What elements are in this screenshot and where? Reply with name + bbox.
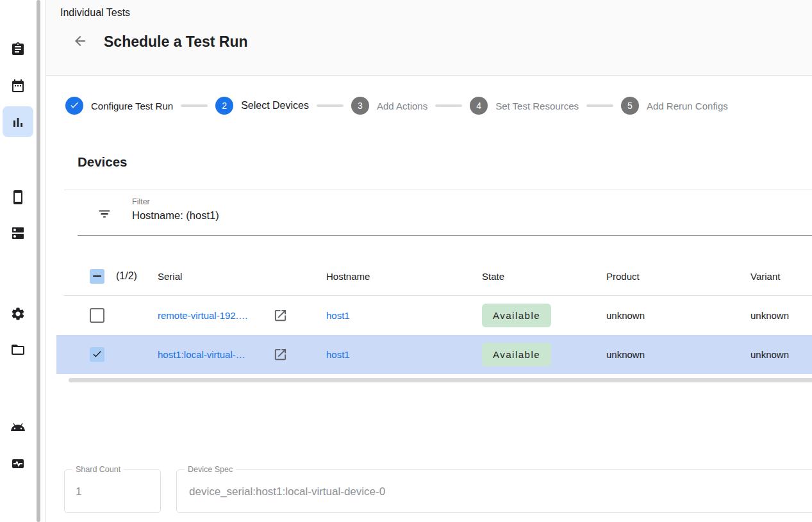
smartphone-icon[interactable] xyxy=(10,190,26,205)
step-3-label: Add Actions xyxy=(377,101,427,111)
sidebar xyxy=(0,0,36,522)
step-1-label: Configure Test Run xyxy=(91,101,173,111)
device-row-selected[interactable]: host1:local-virtual-… host1 Available un… xyxy=(56,335,812,374)
step-connector xyxy=(586,104,613,107)
device-spec-label: Device Spec xyxy=(185,465,236,474)
shard-count-field[interactable]: Shard Count 1 xyxy=(64,469,161,513)
calendar-icon[interactable] xyxy=(10,78,26,94)
breadcrumb: Individual Tests xyxy=(60,7,130,19)
step-4-circle: 4 xyxy=(470,97,488,115)
stepper: Configure Test Run 2 Select Devices 3 Ad… xyxy=(46,97,812,115)
check-icon xyxy=(92,348,103,361)
devices-heading: Devices xyxy=(78,154,128,170)
check-icon xyxy=(69,100,79,112)
device-filter-field[interactable]: Filter Hostname: (host1) xyxy=(64,190,812,236)
device-hostname-link[interactable]: host1 xyxy=(326,310,350,321)
horizontal-scrollbar[interactable] xyxy=(69,378,812,382)
step-2-circle: 2 xyxy=(215,97,233,115)
column-header-product: Product xyxy=(606,256,640,296)
clipboard-icon[interactable] xyxy=(10,42,26,57)
selection-count: (1/2) xyxy=(116,256,137,296)
step-connector xyxy=(435,104,462,107)
device-row[interactable]: remote-virtual-192.… host1 Available unk… xyxy=(56,296,812,335)
row-checkbox-checked[interactable] xyxy=(90,347,104,362)
device-spec-input[interactable]: device_serial:host1:local-virtual-device… xyxy=(189,485,385,498)
content-divider xyxy=(46,0,46,522)
filter-icon xyxy=(97,207,112,221)
back-button[interactable] xyxy=(72,33,88,49)
folder-icon[interactable] xyxy=(10,342,26,357)
step-5-label: Add Rerun Configs xyxy=(647,101,728,111)
step-add-rerun-configs[interactable]: 5 Add Rerun Configs xyxy=(621,97,728,115)
page-title: Schedule a Test Run xyxy=(104,33,248,51)
device-product: unknown xyxy=(606,335,645,374)
page-header: Individual Tests Schedule a Test Run xyxy=(46,0,812,76)
activity-icon[interactable] xyxy=(10,456,26,471)
android-icon[interactable] xyxy=(10,420,26,435)
step-add-actions[interactable]: 3 Add Actions xyxy=(351,97,427,115)
column-header-state: State xyxy=(482,256,504,296)
server-icon[interactable] xyxy=(10,225,26,241)
row-checkbox[interactable] xyxy=(90,308,104,323)
filter-underline xyxy=(78,235,812,236)
app-screen: Individual Tests Schedule a Test Run Con… xyxy=(0,0,812,522)
sidebar-scrollbar[interactable] xyxy=(37,0,40,522)
state-badge: Available xyxy=(482,343,551,366)
device-hostname-link[interactable]: host1 xyxy=(326,349,350,360)
bar-chart-icon[interactable] xyxy=(10,115,26,130)
shard-count-label: Shard Count xyxy=(72,465,124,474)
open-in-new-icon[interactable] xyxy=(273,347,288,362)
shard-count-input[interactable]: 1 xyxy=(76,485,81,498)
step-2-label: Select Devices xyxy=(241,100,309,111)
step-configure-test-run[interactable]: Configure Test Run xyxy=(65,97,173,115)
step-4-label: Set Test Resources xyxy=(495,101,579,111)
filter-input[interactable]: Hostname: (host1) xyxy=(132,209,219,222)
open-in-new-icon[interactable] xyxy=(273,308,288,323)
device-variant: unknown xyxy=(750,296,789,335)
column-header-variant: Variant xyxy=(750,256,780,296)
step-5-circle: 5 xyxy=(621,97,639,115)
device-variant: unknown xyxy=(750,335,789,374)
gear-icon[interactable] xyxy=(10,306,26,322)
device-table-header: (1/2) Serial Hostname State Product Vari… xyxy=(56,256,812,296)
column-header-hostname: Hostname xyxy=(326,256,370,296)
step-connector xyxy=(317,104,344,107)
indeterminate-dash-icon xyxy=(93,275,101,277)
step-1-circle xyxy=(65,97,83,115)
select-all-checkbox[interactable] xyxy=(90,269,104,284)
device-product: unknown xyxy=(606,296,645,335)
device-serial-link[interactable]: host1:local-virtual-… xyxy=(158,349,245,360)
column-header-serial: Serial xyxy=(158,256,182,296)
step-set-test-resources[interactable]: 4 Set Test Resources xyxy=(470,97,579,115)
step-select-devices[interactable]: 2 Select Devices xyxy=(215,97,309,115)
device-spec-field[interactable]: Device Spec device_serial:host1:local-vi… xyxy=(176,469,812,513)
step-3-circle: 3 xyxy=(351,97,369,115)
arrow-back-icon xyxy=(72,40,88,51)
filter-label: Filter xyxy=(132,197,150,206)
device-serial-link[interactable]: remote-virtual-192.… xyxy=(158,310,248,321)
step-connector xyxy=(181,104,208,107)
state-badge: Available xyxy=(482,304,551,327)
